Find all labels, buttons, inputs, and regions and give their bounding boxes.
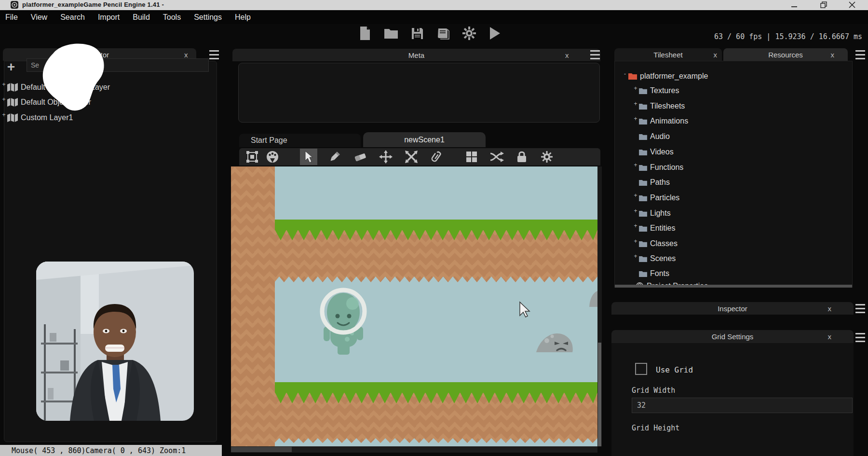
expand-icon[interactable]: +: [1, 96, 7, 103]
tab-resources[interactable]: Resources x: [723, 48, 848, 61]
run-game-icon[interactable]: [489, 27, 501, 40]
tree-row[interactable]: + Entities: [633, 222, 675, 234]
tree-row[interactable]: + Particles: [633, 192, 679, 204]
tree-row[interactable]: + Textures: [633, 85, 679, 97]
add-layer-button[interactable]: +: [5, 61, 17, 74]
menu-import[interactable]: Import: [98, 13, 120, 22]
tree-label: Lights: [650, 209, 671, 218]
map-layer-icon: [7, 113, 18, 123]
menu-search[interactable]: Search: [60, 13, 85, 22]
settings-gear-icon[interactable]: [462, 27, 476, 40]
inspector-menu-icon[interactable]: [855, 304, 865, 313]
grid-settings-title: Grid Settings: [712, 332, 754, 341]
tree-row[interactable]: Audio: [633, 131, 670, 142]
tree-row[interactable]: + Scenes: [633, 253, 676, 264]
tree-row[interactable]: + Tilesheets: [633, 100, 685, 112]
expand-icon[interactable]: +: [633, 85, 638, 92]
meta-panel-header[interactable]: Meta x: [232, 49, 600, 61]
tab-tilesheet[interactable]: Tilesheet x: [614, 48, 722, 61]
menu-settings[interactable]: Settings: [194, 13, 222, 22]
tab-tilesheet-close-icon[interactable]: x: [714, 51, 718, 58]
tree-row[interactable]: Fonts: [633, 268, 669, 279]
collapse-icon[interactable]: -: [622, 70, 628, 77]
menu-build[interactable]: Build: [133, 13, 150, 22]
quick-toolbar: [359, 24, 501, 42]
grid-height-label: Grid Height: [632, 424, 679, 432]
expand-icon[interactable]: +: [633, 192, 638, 199]
fps-readout: 63 / 60 fps | 15.9236 / 16.6667 ms: [714, 32, 862, 41]
scene-horizontal-scrollbar[interactable]: [231, 446, 597, 453]
new-file-icon[interactable]: [359, 26, 371, 41]
expand-icon[interactable]: +: [633, 115, 638, 122]
tree-row[interactable]: + Classes: [633, 238, 678, 249]
scale-tool-icon[interactable]: [404, 150, 419, 164]
grid-width-input[interactable]: 32: [632, 398, 853, 413]
expand-icon[interactable]: +: [633, 100, 638, 107]
documentation-icon[interactable]: [436, 27, 449, 40]
tree-label: Audio: [650, 132, 670, 141]
select-tool-icon[interactable]: [300, 149, 317, 165]
minimize-button[interactable]: [791, 2, 798, 8]
folder-icon: [638, 133, 648, 140]
palette-tool-icon[interactable]: [265, 150, 280, 164]
tree-label: Scenes: [650, 254, 676, 263]
close-button[interactable]: [849, 1, 855, 8]
expand-icon[interactable]: +: [633, 238, 638, 245]
expand-icon[interactable]: +: [1, 81, 7, 88]
lock-tool-icon[interactable]: [515, 150, 529, 164]
expand-icon[interactable]: +: [633, 222, 638, 229]
use-grid-checkbox[interactable]: [635, 363, 647, 375]
expand-icon[interactable]: +: [633, 253, 638, 260]
tree-row-project-root[interactable]: - platformer_example: [622, 70, 708, 82]
menu-view[interactable]: View: [31, 13, 47, 22]
tree-row[interactable]: Videos: [633, 146, 674, 158]
eraser-tool-icon[interactable]: [353, 150, 367, 164]
scene-vertical-scrollbar[interactable]: [597, 166, 602, 446]
scrollbar-handle[interactable]: [598, 343, 601, 446]
resources-bottom-scrollbar[interactable]: [615, 285, 852, 288]
shuffle-tool-icon[interactable]: [489, 150, 504, 164]
tab-resources-close-icon[interactable]: x: [831, 51, 835, 58]
folder-icon: [638, 194, 648, 202]
inspector-close-icon[interactable]: x: [828, 305, 832, 312]
tree-label: Videos: [650, 148, 674, 156]
resources-panel-menu-icon[interactable]: [855, 50, 865, 59]
tree-row[interactable]: + Lights: [633, 207, 671, 219]
tab-start-page-label: Start Page: [251, 136, 287, 145]
menu-file[interactable]: File: [5, 13, 18, 22]
attach-tool-icon[interactable]: [429, 150, 444, 164]
menu-help[interactable]: Help: [235, 13, 251, 22]
tab-start-page[interactable]: Start Page: [239, 134, 361, 147]
tiles-tool-icon[interactable]: [464, 150, 479, 164]
editor-panel-menu-icon[interactable]: [209, 50, 219, 59]
inspector-panel-header[interactable]: Inspector x: [611, 302, 854, 315]
tree-row[interactable]: + Functions: [633, 162, 683, 173]
expand-icon[interactable]: +: [1, 111, 7, 118]
expand-icon[interactable]: +: [633, 162, 638, 168]
pencil-tool-icon[interactable]: [327, 150, 342, 164]
save-icon[interactable]: [411, 28, 423, 40]
meta-panel-menu-icon[interactable]: [590, 50, 600, 59]
tab-newscene1[interactable]: newScene1: [363, 132, 486, 147]
menu-tools[interactable]: Tools: [163, 13, 181, 22]
webcam-video: [36, 262, 194, 421]
editor-panel-close-icon[interactable]: x: [184, 51, 188, 58]
scene-canvas[interactable]: [231, 166, 597, 446]
grid-settings-header[interactable]: Grid Settings x: [611, 330, 854, 343]
scene-settings-gear-icon[interactable]: [540, 150, 554, 164]
artboard-tool-icon[interactable]: [245, 150, 259, 164]
tree-row[interactable]: Paths: [633, 177, 670, 188]
meta-panel-close-icon[interactable]: x: [565, 52, 569, 59]
grid-settings-menu-icon[interactable]: [855, 333, 865, 342]
folder-icon: [638, 255, 648, 263]
tree-row[interactable]: + Animations: [633, 115, 688, 127]
webcam-overlay: [36, 262, 194, 421]
move-tool-icon[interactable]: [379, 150, 393, 164]
restore-button[interactable]: [820, 1, 827, 8]
folder-icon: [638, 270, 648, 277]
scrollbar-handle[interactable]: [231, 447, 292, 452]
open-folder-icon[interactable]: [384, 28, 398, 39]
grid-settings-close-icon[interactable]: x: [828, 333, 832, 340]
folder-icon: [638, 210, 648, 217]
expand-icon[interactable]: +: [633, 207, 638, 214]
